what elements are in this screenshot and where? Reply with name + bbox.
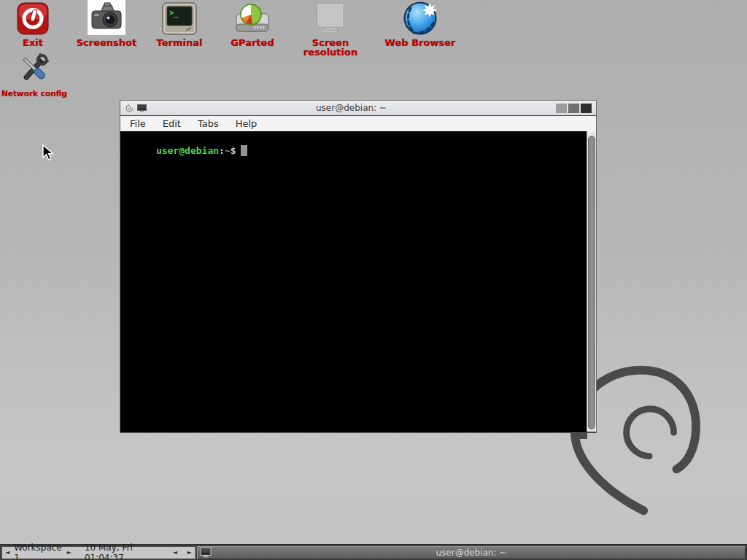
prompt-path: ~: [225, 145, 231, 156]
workspace-prev-button[interactable]: ◄: [2, 550, 12, 556]
taskbar-clock: 10 May, Fri 01:04:37: [85, 542, 163, 560]
workspace-panel: ◄ Workspace 1 ► 10 May, Fri 01:04:37 ◄ ►: [1, 546, 196, 559]
prompt-colon: :: [219, 145, 225, 156]
menu-tabs[interactable]: Tabs: [196, 117, 220, 131]
desktop-icon-exit[interactable]: Exit: [0, 0, 66, 47]
monitor-icon: [285, 0, 376, 35]
window-menu-swirl-icon[interactable]: [125, 104, 133, 112]
camera-icon: [71, 0, 142, 35]
tools-icon: [1, 51, 67, 86]
icon-label: Screenshot: [71, 38, 142, 47]
desktop-icon-screen-resolution[interactable]: Screen resolution: [285, 0, 376, 57]
icon-label: Network config: [1, 89, 67, 98]
desktop-icon-terminal[interactable]: >_ Terminal: [144, 0, 214, 47]
menu-file[interactable]: File: [128, 117, 147, 131]
terminal-window: user@debian: ~ File Edit Tabs Help user@…: [120, 100, 597, 433]
prompt-symbol: $: [231, 145, 236, 156]
window-title: user@debian: ~: [147, 103, 556, 113]
svg-text:>_: >_: [169, 9, 179, 18]
taskbar: ◄ Workspace 1 ► 10 May, Fri 01:04:37 ◄ ►…: [0, 544, 747, 560]
desktop: { "desktop": { "label_color": "#c00000",…: [0, 0, 747, 560]
desktop-icon-web-browser[interactable]: Web Browser: [378, 0, 462, 47]
workspace-label[interactable]: Workspace 1: [14, 542, 63, 560]
desktop-icon-gparted[interactable]: GParted: [217, 0, 287, 47]
terminal-icon: [137, 104, 147, 112]
desktop-icon-screenshot[interactable]: Screenshot: [71, 0, 142, 47]
scrollbar-thumb[interactable]: [588, 136, 595, 429]
icon-label: GParted: [217, 38, 287, 47]
window-resize-grip[interactable]: [576, 433, 587, 439]
window-titlebar[interactable]: user@debian: ~: [120, 101, 596, 115]
window-menubar: File Edit Tabs Help: [120, 115, 596, 131]
terminal-scrollbar[interactable]: [587, 131, 596, 432]
crt-terminal-icon: >_: [144, 0, 214, 35]
taskbar-task-terminal[interactable]: user@debian: ~: [197, 546, 746, 559]
icon-label: Exit: [0, 38, 66, 47]
icon-label: Terminal: [144, 38, 214, 47]
terminal-cursor: [241, 145, 247, 156]
mouse-cursor: [42, 144, 55, 161]
icon-label: Web Browser: [378, 38, 462, 47]
minimize-button[interactable]: [556, 104, 567, 113]
globe-icon: [378, 0, 462, 35]
menu-help[interactable]: Help: [234, 117, 259, 131]
maximize-button[interactable]: [568, 104, 579, 113]
close-button[interactable]: [581, 104, 592, 113]
disk-partition-icon: [217, 0, 287, 35]
workspace-next-button[interactable]: ►: [64, 550, 74, 556]
prompt-user: user@debian: [156, 145, 219, 156]
power-icon: [0, 0, 66, 35]
desktop-icon-network-config[interactable]: Network config: [1, 51, 67, 98]
menu-edit[interactable]: Edit: [161, 117, 182, 131]
pager-prev-button[interactable]: ◄: [170, 550, 180, 556]
icon-label: Screen resolution: [285, 38, 376, 57]
terminal-screen[interactable]: user@debian:~$: [120, 131, 587, 432]
task-title: user@debian: ~: [198, 548, 745, 558]
pager-next-button[interactable]: ►: [185, 550, 195, 556]
